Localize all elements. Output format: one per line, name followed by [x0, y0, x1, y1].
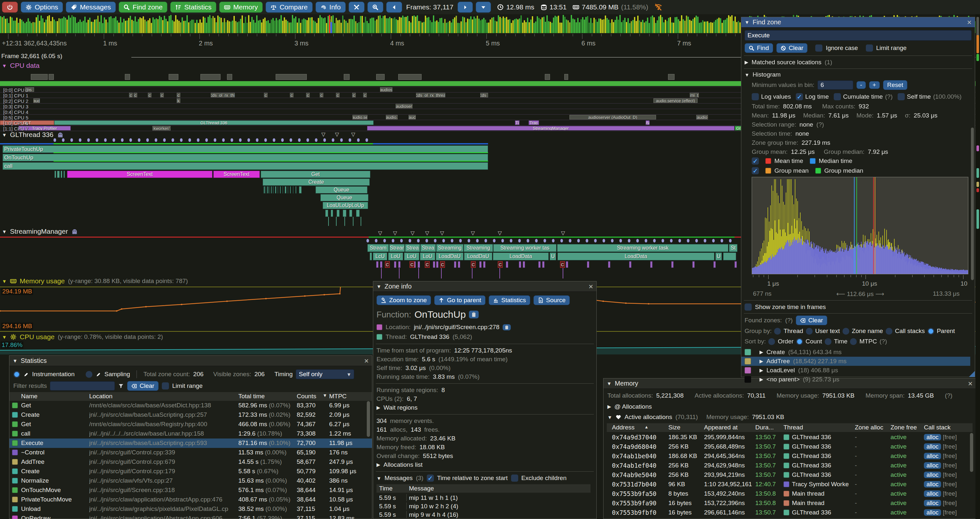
cpu-zone-c[interactable]: c	[363, 93, 367, 97]
table-row[interactable]: 0x7553b9fa508 bytes153,492,240ns13:50.8M…	[607, 489, 972, 498]
increase-button[interactable]: +	[869, 81, 880, 89]
cpu-zone-mi_t[interactable]: mi_t	[690, 93, 699, 97]
cpu-zone-auc[interactable]: auc	[409, 115, 416, 120]
zone-bar-fragment[interactable]	[296, 186, 296, 193]
allocations-list-row[interactable]: ▶Allocations list	[377, 461, 594, 469]
zone-bar-Create[interactable]: Create	[262, 179, 370, 186]
zone-bar-fragment[interactable]	[271, 186, 272, 193]
table-row[interactable]: 0x7531d7b04096 KB1:10 234,952,16112:40.7…	[607, 480, 972, 489]
allocations-toggle-row[interactable]: ▶@ Allocations	[608, 402, 972, 411]
cpu-zone-audioserver (AudioOut_D)[interactable]: audioserver (AudioOut_D)	[570, 115, 656, 120]
cancelled-zone[interactable]: C	[440, 261, 445, 268]
close-icon[interactable]: ×	[967, 19, 972, 26]
message-marker[interactable]: ▽	[393, 230, 397, 236]
cpu-zone-k[interactable]: k	[177, 98, 180, 103]
cpu-zone-c[interactable]: c	[264, 93, 267, 97]
zone-bar-Streaming[interactable]: Streaming	[436, 244, 463, 252]
sort-by-time[interactable]	[825, 338, 832, 345]
table-row[interactable]: Unloadjni/../jni/src/claw/graphics/pixel…	[10, 505, 372, 514]
source-button[interactable]: Source	[533, 295, 570, 305]
sort-by-mtpc[interactable]	[850, 338, 857, 345]
cancelled-zone[interactable]: C	[498, 261, 503, 268]
column-header-zone-free[interactable]: Zone free	[891, 424, 917, 431]
message-row[interactable]: 5.59 smip 9 w 4 h 4 (16)	[377, 510, 590, 519]
message-row[interactable]: 5.59 smip 11 w 1 h 1 (1)	[377, 493, 590, 502]
cpu-zone-c[interactable]: c	[320, 93, 323, 97]
message-marker[interactable]: ▽	[471, 230, 475, 236]
table-row[interactable]: ~Controljni/../jni/src/guif/Control.cpp:…	[10, 448, 372, 457]
message-marker[interactable]: ▽	[561, 230, 565, 236]
table-row[interactable]: 0x7553b9fbf016 bytes296,661,146ns13:50.7…	[607, 508, 972, 517]
found-zone-group[interactable]: ▶<no parent>(9) 225.73 μs	[741, 375, 970, 384]
cpu-zone-c[interactable]: c	[352, 93, 356, 97]
found-clear-button[interactable]: Clear	[796, 316, 827, 325]
zone-bar-fragment[interactable]	[273, 186, 274, 193]
statistics-button[interactable]: Statistics	[170, 2, 216, 13]
column-header-total-time[interactable]: Total time	[239, 393, 265, 400]
log-time-checkbox[interactable]: ✓	[796, 93, 803, 100]
log-values-checkbox[interactable]	[752, 93, 759, 100]
message-marker[interactable]: ▽	[440, 230, 444, 236]
table-row[interactable]: Executejni/../jni/src/claw/base/LuaScrip…	[10, 439, 372, 448]
zone-bar-Strea[interactable]: Strea	[420, 244, 436, 252]
group-by-parent[interactable]	[928, 328, 934, 335]
sort-by-order[interactable]	[768, 338, 775, 345]
alloc-callstack-button[interactable]: alloc	[924, 462, 941, 469]
zone-bar-fragment[interactable]	[343, 210, 346, 217]
zone-bar-fragment[interactable]	[723, 252, 736, 260]
info-button[interactable]: Info	[315, 2, 346, 13]
cpu-zone-c[interactable]: c	[336, 93, 339, 97]
sampling-radio[interactable]	[86, 371, 92, 378]
limit-range-checkbox[interactable]	[866, 45, 873, 52]
cpu-zone-c[interactable]: c	[129, 93, 133, 97]
alloc-callstack-button[interactable]: alloc	[924, 443, 941, 450]
message-row[interactable]: 5.59 smip 10 w 2 h 2 (4)	[377, 502, 590, 510]
message-marker[interactable]: ▽	[410, 230, 414, 236]
zone-bar-fragment[interactable]	[293, 186, 293, 193]
zone-bar-call[interactable]: call	[3, 162, 488, 170]
cpu-zone-GLThread 336[interactable]: GLThread 336	[54, 120, 374, 125]
cpu-zone-audios[interactable]: audios	[380, 87, 392, 92]
memory-button[interactable]: Memory	[219, 2, 262, 13]
instrumentation-radio[interactable]	[13, 371, 20, 378]
timing-dropdown[interactable]: Self only▼	[296, 369, 354, 379]
zone-bar-Queue[interactable]: Queue	[315, 186, 368, 193]
zone-bar-Queue[interactable]: Queue	[320, 194, 368, 201]
alloc-callstack-button[interactable]: alloc	[924, 481, 941, 487]
group-by-zone-name[interactable]	[843, 328, 849, 335]
message-marker[interactable]: ▽	[425, 230, 429, 236]
table-row[interactable]: 0x74a9d68040256 KB295,668,489ns13:50.7GL…	[607, 442, 972, 452]
zoom-to-zone-button[interactable]: Zoom to zone	[377, 295, 431, 305]
find-zone-query-input[interactable]: Execute	[745, 30, 972, 41]
table-row[interactable]: OnRedrawjni/../jni/src/claw/application/…	[10, 514, 372, 519]
table-row[interactable]: calljni/../jni/../../../src/claw/base/Lu…	[10, 429, 372, 439]
zone-bar-fragment[interactable]	[275, 186, 276, 193]
table-row[interactable]: AddTreejni/../jni/src/guif/Control.cpp:6…	[10, 457, 372, 467]
alloc-callstack-button[interactable]: alloc	[924, 472, 941, 478]
column-header-appeared-at[interactable]: Appeared at	[704, 424, 738, 431]
zone-bar-LoU[interactable]: LoU	[420, 252, 435, 260]
histogram-toggle-row[interactable]: ▼Histogram	[745, 70, 972, 79]
cumulate-time-checkbox[interactable]	[834, 93, 841, 100]
zone-bar-ScreenText[interactable]: ScreenText	[67, 171, 212, 178]
matched-locations-row[interactable]: ▶Matched source locations(1)	[745, 58, 972, 67]
copy-button[interactable]	[469, 311, 479, 318]
zone-info-panel-title[interactable]: ▼Zone info×	[373, 281, 597, 292]
zoom-search-button[interactable]	[368, 2, 383, 13]
column-header-zone-alloc[interactable]: Zone alloc	[855, 424, 883, 431]
zone-bar-fragment[interactable]	[267, 186, 269, 193]
zone-bar-LcU[interactable]: LcU	[373, 252, 387, 260]
tools-button[interactable]	[348, 2, 364, 13]
zone-bar-fragment[interactable]	[331, 210, 333, 217]
column-header-thread[interactable]: Thread	[783, 424, 803, 431]
message-marker[interactable]: ▽	[378, 230, 382, 236]
cpu-zone-audio.[interactable]: audio.	[386, 115, 398, 120]
zone-bar-Stream[interactable]: Stream	[368, 244, 389, 252]
cpu-zone-audio[interactable]: audio	[696, 115, 708, 120]
zone-bar-fragment[interactable]	[60, 171, 62, 178]
mean-median-checkbox[interactable]: ✓	[752, 157, 759, 164]
cpu-zone-c[interactable]: c	[306, 93, 310, 97]
close-icon[interactable]: ×	[364, 357, 369, 365]
frame-dropdown-button[interactable]	[476, 2, 491, 13]
ignore-case-checkbox[interactable]	[815, 45, 822, 52]
